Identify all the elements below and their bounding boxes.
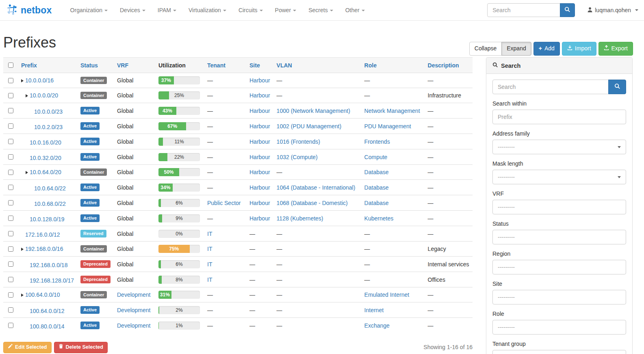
prefix-link[interactable]: 10.0.16.0/20 <box>30 139 61 146</box>
role-link[interactable]: Internet <box>364 307 384 313</box>
column-header-description[interactable]: Description <box>425 58 473 73</box>
prefix-link[interactable]: 10.0.0.0/23 <box>34 108 63 115</box>
menu-item-organization[interactable]: Organization <box>64 1 114 19</box>
site-link[interactable]: Harbour <box>249 215 270 222</box>
menu-item-devices[interactable]: Devices <box>114 1 152 19</box>
column-header-role[interactable]: Role <box>361 58 425 73</box>
filter-search-within[interactable] <box>492 110 626 124</box>
delete-selected-button[interactable]: Delete Selected <box>54 342 108 353</box>
tenant-link[interactable]: Public Sector <box>207 200 241 206</box>
vlan-link[interactable]: 1016 (Frontends) <box>277 138 320 145</box>
add-button[interactable]: +Add <box>533 42 560 56</box>
user-menu[interactable]: luqman.qohen <box>587 7 638 14</box>
vrf-link[interactable]: Development <box>117 291 151 298</box>
prefix-link[interactable]: 10.0.32.0/20 <box>30 155 61 161</box>
row-checkbox[interactable] <box>8 307 13 313</box>
filter-role[interactable]: --------- <box>492 320 626 335</box>
filter-site[interactable]: --------- <box>492 290 626 304</box>
sidebar-search-input[interactable] <box>492 80 609 94</box>
menu-item-ipam[interactable]: IPAM <box>152 1 182 19</box>
role-link[interactable]: Database <box>364 200 389 206</box>
site-link[interactable]: Harbour <box>249 154 270 160</box>
filter-vrf[interactable]: --------- <box>492 200 626 214</box>
row-checkbox[interactable] <box>8 170 13 175</box>
vlan-link[interactable]: 1064 (Database - International) <box>277 184 356 191</box>
row-checkbox[interactable] <box>8 154 13 160</box>
row-checkbox[interactable] <box>8 323 13 328</box>
filter-region[interactable]: --------- <box>492 260 626 274</box>
role-link[interactable]: Database <box>364 169 389 175</box>
column-header-site[interactable]: Site <box>246 58 273 73</box>
row-checkbox[interactable] <box>8 139 13 144</box>
row-checkbox[interactable] <box>8 78 13 83</box>
vlan-link[interactable]: 1032 (Compute) <box>277 154 318 160</box>
column-header-tenant[interactable]: Tenant <box>204 58 246 73</box>
vrf-link[interactable]: Development <box>117 307 151 313</box>
site-link[interactable]: Harbour <box>249 92 270 99</box>
column-header-vlan[interactable]: VLAN <box>273 58 361 73</box>
prefix-link[interactable]: 10.0.0.0/20 <box>30 92 58 99</box>
column-header-status[interactable]: Status <box>77 58 114 73</box>
prefix-link[interactable]: 10.0.64.0/22 <box>34 185 66 192</box>
site-link[interactable]: Harbour <box>249 184 270 191</box>
role-link[interactable]: Frontends <box>364 138 390 145</box>
filter-address-family[interactable]: --------- <box>492 140 626 154</box>
row-checkbox[interactable] <box>8 277 13 282</box>
prefix-link[interactable]: 10.0.0.0/16 <box>25 77 54 84</box>
role-link[interactable]: PDU Management <box>364 123 411 130</box>
row-checkbox[interactable] <box>8 200 13 205</box>
row-checkbox[interactable] <box>8 246 13 252</box>
row-checkbox[interactable] <box>8 185 13 190</box>
prefix-link[interactable]: 10.0.2.0/23 <box>34 124 63 130</box>
menu-item-other[interactable]: Other <box>339 1 371 19</box>
vlan-link[interactable]: 1000 (Network Management) <box>277 108 350 114</box>
prefix-link[interactable]: 10.0.128.0/19 <box>30 216 65 222</box>
role-link[interactable]: Database <box>364 184 389 191</box>
netbox-brand[interactable]: netbox <box>6 4 52 17</box>
sidebar-search-button[interactable] <box>608 80 626 94</box>
row-checkbox[interactable] <box>8 108 13 113</box>
collapse-button[interactable]: Collapse <box>469 42 502 56</box>
prefix-link[interactable]: 100.64.0.0/12 <box>30 308 65 314</box>
menu-item-circuits[interactable]: Circuits <box>232 1 269 19</box>
expand-button[interactable]: Expand <box>501 42 531 56</box>
row-checkbox[interactable] <box>8 123 13 129</box>
column-header-prefix[interactable]: Prefix <box>18 58 77 73</box>
tenant-link[interactable]: IT <box>207 261 212 268</box>
site-link[interactable]: Harbour <box>249 169 270 175</box>
navbar-search-input[interactable] <box>487 3 560 17</box>
menu-item-power[interactable]: Power <box>269 1 303 19</box>
filter-status[interactable]: --------- <box>492 230 626 244</box>
role-link[interactable]: Network Management <box>364 108 420 114</box>
prefix-link[interactable]: 100.80.0.0/14 <box>30 323 65 330</box>
prefix-link[interactable]: 100.64.0.0/10 <box>25 291 60 298</box>
row-checkbox[interactable] <box>8 216 13 221</box>
filter-input[interactable] <box>498 114 621 120</box>
prefix-link[interactable]: 192.168.0.0/18 <box>30 262 67 268</box>
tenant-link[interactable]: IT <box>207 246 212 252</box>
prefix-link[interactable]: 10.0.64.0/20 <box>30 169 61 175</box>
site-link[interactable]: Harbour <box>249 123 270 130</box>
site-link[interactable]: Harbour <box>249 200 270 206</box>
vlan-link[interactable]: 1128 (Kubernetes) <box>277 215 323 222</box>
prefix-link[interactable]: 10.0.68.0/22 <box>34 201 66 207</box>
tenant-link[interactable]: IT <box>207 231 212 237</box>
edit-selected-button[interactable]: Edit Selected <box>3 342 52 353</box>
menu-item-secrets[interactable]: Secrets <box>302 1 339 19</box>
row-checkbox[interactable] <box>8 292 13 298</box>
row-checkbox[interactable] <box>8 261 13 267</box>
vlan-link[interactable]: 1002 (PDU Management) <box>277 123 342 130</box>
vrf-link[interactable]: Development <box>117 322 151 329</box>
role-link[interactable]: Kubernetes <box>364 215 394 222</box>
tenant-link[interactable]: IT <box>207 276 212 283</box>
import-button[interactable]: Import <box>562 42 596 56</box>
prefix-link[interactable]: 172.16.0.0/12 <box>25 231 60 238</box>
site-link[interactable]: Harbour <box>249 108 270 114</box>
site-link[interactable]: Harbour <box>249 138 270 145</box>
row-checkbox[interactable] <box>8 231 13 236</box>
site-link[interactable]: Harbour <box>249 77 270 84</box>
navbar-search-button[interactable] <box>560 3 575 17</box>
prefix-link[interactable]: 192.168.128.0/17 <box>30 277 74 284</box>
row-checkbox[interactable] <box>8 93 13 98</box>
column-header-vrf[interactable]: VRF <box>114 58 155 73</box>
